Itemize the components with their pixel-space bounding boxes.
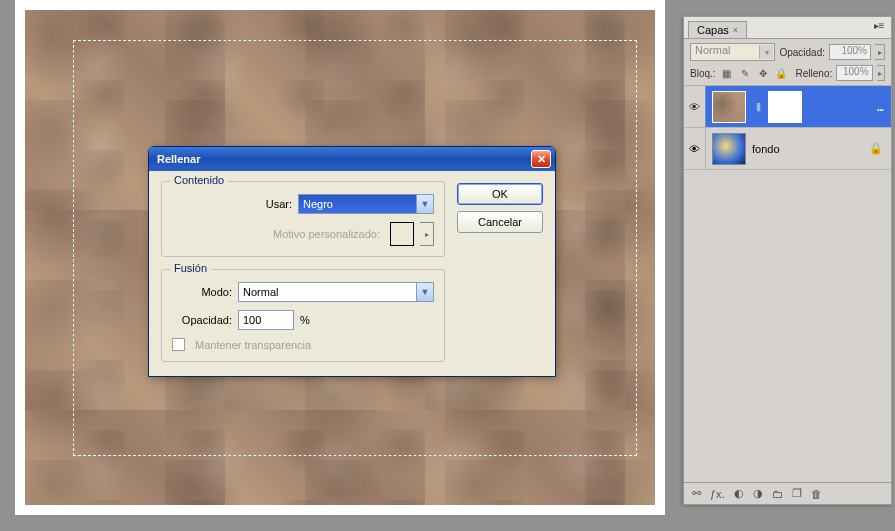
lock-pixels-icon[interactable]: ✎: [738, 66, 752, 80]
fill-value[interactable]: 100%: [836, 65, 872, 81]
usar-combo[interactable]: Negro ▼: [298, 194, 434, 214]
fill-dialog: Rellenar ✕ Contenido Usar: Negro ▼ Motiv…: [148, 146, 556, 377]
layer-thumbnail[interactable]: [712, 133, 746, 165]
modo-label: Modo:: [172, 286, 232, 298]
opacity-label: Opacidad:: [779, 47, 825, 58]
fusion-legend: Fusión: [170, 262, 211, 274]
mask-link-icon[interactable]: ⦀: [752, 100, 764, 114]
layer-row[interactable]: 👁 ⦀ ...: [684, 86, 891, 128]
modo-value: Normal: [243, 286, 278, 298]
dialog-title: Rellenar: [157, 153, 531, 165]
panel-tabs: Capas × ▸≡: [684, 17, 891, 39]
motivo-label: Motivo personalizado:: [273, 228, 380, 240]
layer-style-icon[interactable]: ƒx.: [710, 488, 725, 500]
lock-label: Bloq.:: [690, 68, 716, 79]
adjustment-layer-icon[interactable]: ◑: [753, 487, 763, 500]
mantener-checkbox[interactable]: [172, 338, 185, 351]
tab-label: Capas: [697, 24, 729, 36]
lock-icon: 🔒: [869, 142, 883, 155]
tab-close-icon[interactable]: ×: [733, 25, 738, 35]
pattern-swatch: [390, 222, 414, 246]
chevron-down-icon: ▼: [416, 195, 433, 213]
layer-row[interactable]: 👁 fondo 🔒: [684, 128, 891, 170]
layers-panel: Capas × ▸≡ Normal ▾ Opacidad: 100% ▸ Blo…: [683, 16, 892, 505]
delete-layer-icon[interactable]: 🗑: [811, 488, 822, 500]
contenido-group: Contenido Usar: Negro ▼ Motivo personali…: [161, 181, 445, 257]
fusion-group: Fusión Modo: Normal ▼ Opacidad: % Manten…: [161, 269, 445, 362]
layer-mask-thumbnail[interactable]: [768, 91, 802, 123]
visibility-toggle[interactable]: 👁: [684, 128, 706, 169]
usar-label: Usar:: [172, 198, 292, 210]
opacity-flyout-icon[interactable]: ▸: [875, 44, 885, 60]
modo-combo[interactable]: Normal ▼: [238, 282, 434, 302]
lock-transparency-icon[interactable]: ▦: [720, 66, 734, 80]
dialog-titlebar[interactable]: Rellenar ✕: [149, 147, 555, 171]
opacidad-input[interactable]: [238, 310, 294, 330]
pattern-picker-arrow: ▸: [420, 222, 434, 246]
cancel-button[interactable]: Cancelar: [457, 211, 543, 233]
eye-icon: 👁: [689, 101, 700, 113]
panel-footer: ⚯ ƒx. ◐ ◑ 🗀 ❐ 🗑: [684, 482, 891, 504]
fill-flyout-icon[interactable]: ▸: [877, 65, 885, 81]
layer-thumbnail[interactable]: [712, 91, 746, 123]
lock-position-icon[interactable]: ✥: [756, 66, 770, 80]
blend-mode-select[interactable]: Normal ▾: [690, 43, 775, 61]
close-icon: ✕: [537, 154, 546, 165]
layer-more-icon[interactable]: ...: [877, 101, 883, 113]
usar-value: Negro: [303, 198, 333, 210]
layer-name[interactable]: fondo: [752, 143, 869, 155]
link-layers-icon[interactable]: ⚯: [692, 487, 701, 500]
blend-mode-value: Normal: [695, 44, 730, 56]
layer-group-icon[interactable]: 🗀: [772, 488, 783, 500]
close-button[interactable]: ✕: [531, 150, 551, 168]
lock-all-icon[interactable]: 🔒: [774, 66, 788, 80]
visibility-toggle[interactable]: 👁: [684, 86, 706, 127]
new-layer-icon[interactable]: ❐: [792, 487, 802, 500]
chevron-down-icon: ▾: [759, 45, 773, 59]
percent-label: %: [300, 314, 310, 326]
chevron-down-icon: ▼: [416, 283, 433, 301]
contenido-legend: Contenido: [170, 174, 228, 186]
fill-label: Relleno:: [796, 68, 833, 79]
mantener-label: Mantener transparencia: [195, 339, 311, 351]
layer-mask-icon[interactable]: ◐: [734, 487, 744, 500]
opacity-value[interactable]: 100%: [829, 44, 871, 60]
eye-icon: 👁: [689, 143, 700, 155]
panel-menu-icon[interactable]: ▸≡: [871, 20, 887, 33]
ok-button[interactable]: OK: [457, 183, 543, 205]
tab-capas[interactable]: Capas ×: [688, 21, 747, 38]
layer-list: 👁 ⦀ ... 👁 fondo 🔒: [684, 86, 891, 482]
opacidad-label: Opacidad:: [172, 314, 232, 326]
